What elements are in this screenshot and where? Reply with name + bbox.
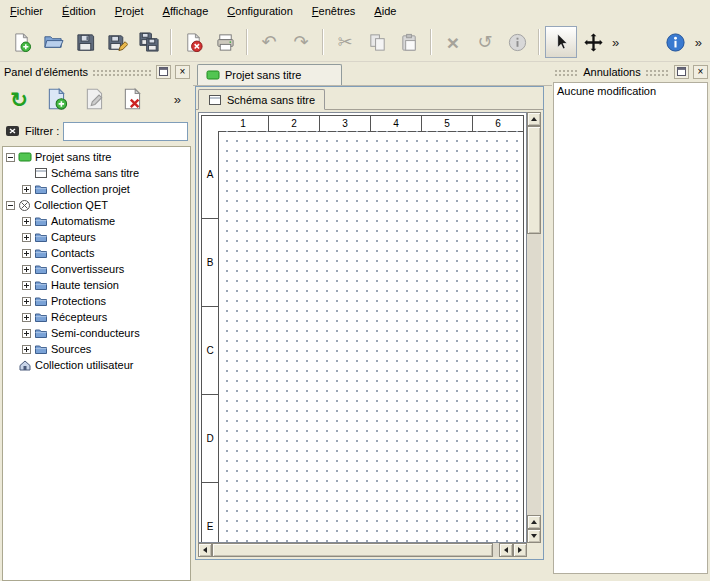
- save-as-button[interactable]: [101, 26, 133, 58]
- elements-tree[interactable]: Projet sans titre Schéma sans titre Coll…: [2, 146, 191, 581]
- scroll-up-button[interactable]: [527, 112, 541, 126]
- collapse-expander-icon[interactable]: [6, 153, 15, 162]
- close-file-button[interactable]: [177, 26, 209, 58]
- elements-panel-titlebar[interactable]: Panel d'éléments ×: [0, 62, 193, 80]
- vertical-scrollbar[interactable]: [527, 112, 541, 543]
- undo-history-list[interactable]: Aucune modification: [553, 82, 708, 574]
- expand-expander-icon[interactable]: [22, 185, 31, 194]
- dock-float-button[interactable]: [156, 65, 171, 79]
- collapse-expander-icon[interactable]: [6, 201, 15, 210]
- menu-fichier[interactable]: Fichier: [2, 0, 51, 23]
- edit-element-button[interactable]: [80, 84, 110, 114]
- schema-tab-bar: Schéma sans titre: [196, 87, 543, 110]
- reload-collections-button[interactable]: ↻: [4, 84, 34, 114]
- new-file-button[interactable]: [5, 26, 37, 58]
- expand-expander-icon[interactable]: [22, 233, 31, 242]
- scroll-up-button-2[interactable]: [527, 515, 541, 529]
- expand-expander-icon[interactable]: [22, 313, 31, 322]
- folder-icon: [34, 295, 48, 307]
- info-button[interactable]: [501, 26, 533, 58]
- menu-aide[interactable]: Aide: [366, 0, 404, 23]
- dock-close-button[interactable]: ×: [693, 65, 708, 79]
- print-button[interactable]: [209, 26, 241, 58]
- folder-icon: [34, 343, 48, 355]
- undo-button[interactable]: ↶: [253, 26, 285, 58]
- tree-item-contacts[interactable]: Contacts: [3, 245, 190, 261]
- copy-button[interactable]: [361, 26, 393, 58]
- dock-float-button[interactable]: [674, 65, 689, 79]
- expand-expander-icon[interactable]: [22, 265, 31, 274]
- select-tool-button[interactable]: [545, 26, 577, 58]
- open-file-button[interactable]: [37, 26, 69, 58]
- save-all-button[interactable]: [133, 26, 165, 58]
- scroll-down-button[interactable]: [527, 529, 541, 543]
- scroll-right-button[interactable]: [513, 543, 527, 557]
- rotate-button[interactable]: ↺: [469, 26, 501, 58]
- expand-expander-icon[interactable]: [22, 249, 31, 258]
- menu-projet[interactable]: Projet: [107, 0, 152, 23]
- expand-expander-icon[interactable]: [22, 345, 31, 354]
- cut-button[interactable]: ✂: [329, 26, 361, 58]
- tree-item-collection-qet[interactable]: Collection QET: [3, 197, 190, 213]
- panel-toolbar-overflow-icon[interactable]: »: [171, 93, 184, 106]
- toolbar-overflow-icon-2[interactable]: »: [692, 36, 705, 49]
- menu-affichage[interactable]: Affichage: [155, 0, 217, 23]
- print-icon: [215, 32, 236, 53]
- save-button[interactable]: [69, 26, 101, 58]
- elements-panel-toolbar: ↻ »: [0, 80, 193, 118]
- tree-item-haute-tension[interactable]: Haute tension: [3, 277, 190, 293]
- expand-expander-icon[interactable]: [22, 281, 31, 290]
- row-header: C: [201, 307, 219, 395]
- menu-configuration[interactable]: Configuration: [219, 0, 300, 23]
- undo-empty-item[interactable]: Aucune modification: [557, 85, 704, 97]
- row-header: D: [201, 395, 219, 483]
- tree-item-label: Automatisme: [51, 215, 115, 227]
- qelectrotech-window: Fichier Édition Projet Affichage Configu…: [0, 0, 710, 581]
- tab-schema-sans-titre[interactable]: Schéma sans titre: [198, 89, 325, 110]
- tree-item-convertisseurs[interactable]: Convertisseurs: [3, 261, 190, 277]
- scroll-left-button[interactable]: [198, 543, 212, 557]
- tree-item-label: Haute tension: [51, 279, 119, 291]
- horizontal-scrollbar[interactable]: [198, 543, 527, 557]
- toolbar-separator: [322, 29, 324, 55]
- tree-item-capteurs[interactable]: Capteurs: [3, 229, 190, 245]
- about-button[interactable]: [660, 26, 692, 58]
- row-header: A: [201, 131, 219, 219]
- redo-button[interactable]: ↷: [285, 26, 317, 58]
- toolbar-separator: [430, 29, 432, 55]
- tree-item-protections[interactable]: Protections: [3, 293, 190, 309]
- menu-edition[interactable]: Édition: [54, 0, 104, 23]
- paste-button[interactable]: [393, 26, 425, 58]
- project-icon: [18, 151, 32, 163]
- delete-element-button[interactable]: [118, 84, 148, 114]
- expand-expander-icon[interactable]: [22, 297, 31, 306]
- vertical-scroll-thumb[interactable]: [527, 126, 541, 234]
- tab-projet-sans-titre[interactable]: Projet sans titre: [197, 64, 342, 85]
- dock-grip: [92, 68, 152, 76]
- clear-filter-icon[interactable]: [5, 123, 21, 139]
- tree-item-sources[interactable]: Sources: [3, 341, 190, 357]
- filter-input[interactable]: [63, 122, 188, 141]
- tree-item-recepteurs[interactable]: Récepteurs: [3, 309, 190, 325]
- scroll-left-button-2[interactable]: [499, 543, 513, 557]
- dock-grip: [554, 68, 579, 76]
- tree-item-collection-utilisateur[interactable]: Collection utilisateur: [3, 357, 190, 373]
- delete-button[interactable]: ×: [437, 26, 469, 58]
- expand-expander-icon[interactable]: [22, 217, 31, 226]
- undo-dock-titlebar[interactable]: Annulations ×: [552, 62, 710, 80]
- toolbar-overflow-icon[interactable]: »: [609, 36, 622, 49]
- dotted-grid[interactable]: [218, 131, 524, 543]
- tree-item-schema[interactable]: Schéma sans titre: [3, 165, 190, 181]
- horizontal-scroll-thumb[interactable]: [212, 543, 493, 557]
- expand-expander-icon[interactable]: [22, 329, 31, 338]
- diagram-canvas[interactable]: 1 2 3 4 5 6 A B C D E: [198, 112, 527, 543]
- tree-item-automatisme[interactable]: Automatisme: [3, 213, 190, 229]
- dock-close-button[interactable]: ×: [175, 65, 190, 79]
- new-element-button[interactable]: [42, 84, 72, 114]
- move-tool-button[interactable]: [577, 26, 609, 58]
- tree-item-project[interactable]: Projet sans titre: [3, 149, 190, 165]
- tree-item-collection-projet[interactable]: Collection projet: [3, 181, 190, 197]
- tree-item-semi-conducteurs[interactable]: Semi-conducteurs: [3, 325, 190, 341]
- menu-fenetres[interactable]: Fenêtres: [304, 0, 363, 23]
- home-icon: [18, 359, 32, 371]
